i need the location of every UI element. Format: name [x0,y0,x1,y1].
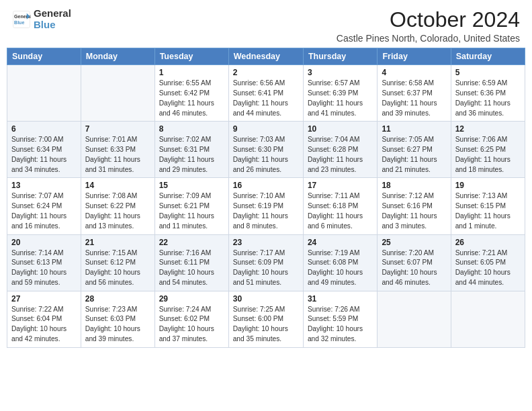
day-number: 23 [233,238,299,247]
day-number: 21 [85,238,150,247]
calendar-container: SundayMondayTuesdayWednesdayThursdayFrid… [0,48,532,355]
calendar-week-row: 13Sunrise: 7:07 AM Sunset: 6:24 PM Dayli… [7,178,525,234]
page-header: General Blue General Blue October 2024 C… [0,0,532,48]
day-info: Sunrise: 7:15 AM Sunset: 6:12 PM Dayligh… [85,248,150,288]
day-info: Sunrise: 7:16 AM Sunset: 6:11 PM Dayligh… [159,248,224,288]
day-number: 3 [308,68,373,77]
day-info: Sunrise: 7:21 AM Sunset: 6:05 PM Dayligh… [455,248,521,288]
calendar-day-cell: 12Sunrise: 7:06 AM Sunset: 6:25 PM Dayli… [451,122,525,178]
day-info: Sunrise: 6:59 AM Sunset: 6:36 PM Dayligh… [455,79,521,118]
calendar-week-row: 1Sunrise: 6:55 AM Sunset: 6:42 PM Daylig… [7,65,525,122]
day-number: 29 [159,294,224,304]
day-number: 24 [308,238,373,247]
day-number: 6 [11,124,77,134]
calendar-day-cell: 28Sunrise: 7:23 AM Sunset: 6:03 PM Dayli… [81,291,154,347]
calendar-day-cell: 20Sunrise: 7:14 AM Sunset: 6:13 PM Dayli… [7,234,81,291]
calendar-day-cell: 23Sunrise: 7:17 AM Sunset: 6:09 PM Dayli… [228,234,303,291]
day-header-monday: Monday [81,48,154,65]
calendar-day-cell [7,65,81,122]
day-number: 27 [11,294,77,304]
day-number: 2 [233,68,299,77]
day-info: Sunrise: 6:57 AM Sunset: 6:39 PM Dayligh… [308,79,373,118]
day-header-wednesday: Wednesday [228,48,303,65]
day-info: Sunrise: 7:24 AM Sunset: 6:02 PM Dayligh… [159,305,224,345]
day-info: Sunrise: 7:03 AM Sunset: 6:30 PM Dayligh… [233,135,299,175]
calendar-day-cell [81,65,154,122]
calendar-day-cell: 3Sunrise: 6:57 AM Sunset: 6:39 PM Daylig… [303,65,377,122]
day-info: Sunrise: 7:19 AM Sunset: 6:08 PM Dayligh… [308,248,373,288]
calendar-day-cell: 5Sunrise: 6:59 AM Sunset: 6:36 PM Daylig… [451,65,525,122]
day-header-sunday: Sunday [7,48,81,65]
day-number: 8 [159,124,224,134]
day-info: Sunrise: 7:25 AM Sunset: 6:00 PM Dayligh… [233,305,299,345]
day-number: 15 [159,181,224,190]
day-number: 9 [233,124,299,134]
day-info: Sunrise: 7:26 AM Sunset: 5:59 PM Dayligh… [308,305,373,345]
calendar-day-cell: 7Sunrise: 7:01 AM Sunset: 6:33 PM Daylig… [81,122,154,178]
logo: General Blue General Blue [12,8,71,30]
calendar-day-cell: 2Sunrise: 6:56 AM Sunset: 6:41 PM Daylig… [228,65,303,122]
calendar-week-row: 20Sunrise: 7:14 AM Sunset: 6:13 PM Dayli… [7,234,525,291]
calendar-day-cell: 17Sunrise: 7:11 AM Sunset: 6:18 PM Dayli… [303,178,377,234]
calendar-day-cell: 30Sunrise: 7:25 AM Sunset: 6:00 PM Dayli… [228,291,303,347]
calendar-week-row: 27Sunrise: 7:22 AM Sunset: 6:04 PM Dayli… [7,291,525,347]
day-info: Sunrise: 7:11 AM Sunset: 6:18 PM Dayligh… [308,191,373,231]
calendar-day-cell: 1Sunrise: 6:55 AM Sunset: 6:42 PM Daylig… [154,65,228,122]
day-info: Sunrise: 7:13 AM Sunset: 6:15 PM Dayligh… [455,191,521,231]
day-number: 30 [233,294,299,304]
day-number: 1 [159,68,224,77]
calendar-week-row: 6Sunrise: 7:00 AM Sunset: 6:34 PM Daylig… [7,122,525,178]
day-number: 13 [11,181,77,190]
calendar-day-cell: 14Sunrise: 7:08 AM Sunset: 6:22 PM Dayli… [81,178,154,234]
day-info: Sunrise: 7:23 AM Sunset: 6:03 PM Dayligh… [85,305,150,345]
logo-icon: General Blue [12,10,31,29]
day-info: Sunrise: 7:10 AM Sunset: 6:19 PM Dayligh… [233,191,299,231]
day-info: Sunrise: 7:17 AM Sunset: 6:09 PM Dayligh… [233,248,299,288]
day-info: Sunrise: 7:05 AM Sunset: 6:27 PM Dayligh… [382,135,446,175]
location-title: Castle Pines North, Colorado, United Sta… [337,33,520,44]
calendar-day-cell: 8Sunrise: 7:02 AM Sunset: 6:31 PM Daylig… [154,122,228,178]
month-title: October 2024 [337,8,520,32]
calendar-day-cell [378,291,451,347]
day-info: Sunrise: 7:12 AM Sunset: 6:16 PM Dayligh… [382,191,446,231]
day-info: Sunrise: 7:20 AM Sunset: 6:07 PM Dayligh… [382,248,446,288]
calendar-day-cell [451,291,525,347]
day-number: 17 [308,181,373,190]
day-info: Sunrise: 6:55 AM Sunset: 6:42 PM Dayligh… [159,79,224,118]
calendar-day-cell: 19Sunrise: 7:13 AM Sunset: 6:15 PM Dayli… [451,178,525,234]
calendar-day-cell: 16Sunrise: 7:10 AM Sunset: 6:19 PM Dayli… [228,178,303,234]
calendar-header-row: SundayMondayTuesdayWednesdayThursdayFrid… [7,48,525,65]
svg-rect-0 [13,11,30,28]
calendar-day-cell: 31Sunrise: 7:26 AM Sunset: 5:59 PM Dayli… [303,291,377,347]
day-header-friday: Friday [378,48,451,65]
day-number: 28 [85,294,150,304]
day-header-tuesday: Tuesday [154,48,228,65]
day-info: Sunrise: 7:08 AM Sunset: 6:22 PM Dayligh… [85,191,150,231]
day-info: Sunrise: 6:58 AM Sunset: 6:37 PM Dayligh… [382,79,446,118]
day-number: 4 [382,68,446,77]
calendar-day-cell: 9Sunrise: 7:03 AM Sunset: 6:30 PM Daylig… [228,122,303,178]
day-number: 18 [382,181,446,190]
calendar-day-cell: 26Sunrise: 7:21 AM Sunset: 6:05 PM Dayli… [451,234,525,291]
calendar-day-cell: 29Sunrise: 7:24 AM Sunset: 6:02 PM Dayli… [154,291,228,347]
calendar-day-cell: 15Sunrise: 7:09 AM Sunset: 6:21 PM Dayli… [154,178,228,234]
calendar-day-cell: 11Sunrise: 7:05 AM Sunset: 6:27 PM Dayli… [378,122,451,178]
day-number: 20 [11,238,77,247]
day-number: 19 [455,181,521,190]
day-info: Sunrise: 7:09 AM Sunset: 6:21 PM Dayligh… [159,191,224,231]
title-block: October 2024 Castle Pines North, Colorad… [337,8,520,44]
day-info: Sunrise: 7:00 AM Sunset: 6:34 PM Dayligh… [11,135,77,175]
day-header-thursday: Thursday [303,48,377,65]
day-info: Sunrise: 7:02 AM Sunset: 6:31 PM Dayligh… [159,135,224,175]
calendar-day-cell: 18Sunrise: 7:12 AM Sunset: 6:16 PM Dayli… [378,178,451,234]
day-number: 22 [159,238,224,247]
calendar-day-cell: 6Sunrise: 7:00 AM Sunset: 6:34 PM Daylig… [7,122,81,178]
day-number: 5 [455,68,521,77]
day-info: Sunrise: 7:14 AM Sunset: 6:13 PM Dayligh… [11,248,77,288]
calendar-day-cell: 22Sunrise: 7:16 AM Sunset: 6:11 PM Dayli… [154,234,228,291]
calendar-day-cell: 13Sunrise: 7:07 AM Sunset: 6:24 PM Dayli… [7,178,81,234]
day-number: 26 [455,238,521,247]
day-info: Sunrise: 7:22 AM Sunset: 6:04 PM Dayligh… [11,305,77,345]
day-number: 14 [85,181,150,190]
calendar-day-cell: 25Sunrise: 7:20 AM Sunset: 6:07 PM Dayli… [378,234,451,291]
